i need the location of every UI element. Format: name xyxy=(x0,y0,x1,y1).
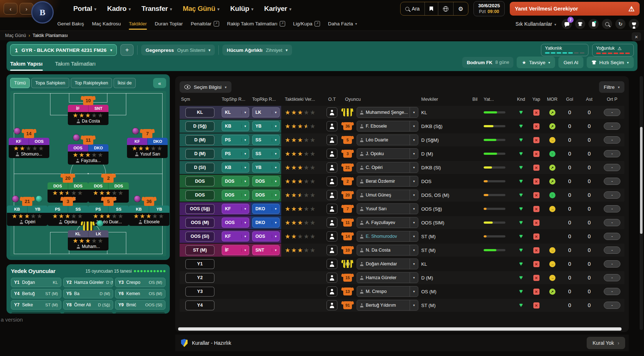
nav-item[interactable]: Maç Günü ▾ xyxy=(183,5,220,13)
col-header[interactable]: TopRkp R... xyxy=(251,97,281,102)
col-header[interactable]: Knd xyxy=(513,97,529,102)
date-box[interactable]: 30/6/2025 Pzt09:00 xyxy=(473,1,505,17)
competition-button[interactable] xyxy=(629,19,639,29)
search-button[interactable]: Ara xyxy=(401,2,425,15)
role-chip-out-of-possession[interactable]: DOS xyxy=(108,182,129,190)
player-overview-button[interactable] xyxy=(327,300,337,310)
role-chip-possession[interactable]: PS xyxy=(48,206,68,213)
next-opponent-chip[interactable]: Bodrum FK 8 güne xyxy=(462,57,513,68)
player-overview-button[interactable] xyxy=(327,121,337,131)
selection-badge[interactable]: D (M) xyxy=(185,135,214,145)
nav-item[interactable]: Kariyer ▾ xyxy=(264,5,291,13)
avg-rating-pill[interactable]: - xyxy=(604,233,620,240)
role-chip-out-of-possession[interactable]: DOS xyxy=(68,182,89,190)
selection-badge[interactable]: Y3 xyxy=(185,287,214,297)
pitch-player[interactable]: KL LK ★★★★★ Muham... xyxy=(68,222,108,251)
out-of-possession-role-dropdown[interactable]: DKO ▾ xyxy=(252,218,280,228)
col-header[interactable]: Bil xyxy=(468,97,482,102)
role-chip-out-of-possession[interactable]: OOS xyxy=(29,138,49,145)
col-header[interactable]: Sçm xyxy=(180,97,220,102)
pitch-filter-tab[interactable]: İkisi de xyxy=(114,78,136,88)
role-chip-possession[interactable]: KF xyxy=(127,138,147,145)
player-overview-button[interactable] xyxy=(327,135,337,145)
player-overview-button[interactable] xyxy=(327,176,337,186)
pitch-filter-tab[interactable]: Tümü xyxy=(10,78,30,88)
possession-role-dropdown[interactable]: KF ▾ xyxy=(222,231,249,241)
col-header[interactable]: Taktikteki Ver... xyxy=(281,97,324,102)
avg-rating-pill[interactable]: - xyxy=(604,178,620,185)
avg-rating-pill[interactable]: - xyxy=(604,302,620,309)
section-nav-item[interactable]: Genel Bakış ↗ ▾ xyxy=(57,21,84,27)
player-select-dropdown[interactable]: F. Ebosele ▾ xyxy=(357,121,418,132)
player-overview-button[interactable] xyxy=(327,286,337,297)
player-select-dropdown[interactable]: Umut Güneş ▾ xyxy=(357,190,418,200)
possession-role-dropdown[interactable]: PS ▾ xyxy=(222,149,249,159)
possession-role-dropdown[interactable]: KB ▾ xyxy=(222,121,249,131)
bookmark-button[interactable] xyxy=(425,2,438,15)
out-of-possession-role-dropdown[interactable]: OOS ▾ xyxy=(252,231,280,241)
refresh-button[interactable]: ↻ xyxy=(615,19,625,29)
col-header[interactable]: MOR xyxy=(544,97,561,102)
player-select-dropdown[interactable]: Bertuğ Yıldırım ▾ xyxy=(357,300,418,311)
player-select-dropdown[interactable]: Doğan Alemdar ▾ xyxy=(357,258,418,269)
role-chip-out-of-possession[interactable]: DKO xyxy=(88,144,109,152)
settings-button[interactable]: ⚙ xyxy=(454,2,468,15)
player-overview-button[interactable] xyxy=(327,107,337,117)
possession-role-dropdown[interactable]: DOS ▾ xyxy=(222,176,249,186)
player-select-dropdown[interactable]: Léo Duarte ▾ xyxy=(357,134,418,145)
tactic-select[interactable]: 1 GYR - BLACK PANTHER 4231 FM26 ▾ xyxy=(10,44,117,56)
player-overview-button[interactable] xyxy=(327,162,337,173)
substitute-chip[interactable]: Y8 Ömer Ali D (Sğ) xyxy=(63,300,114,310)
avg-rating-pill[interactable]: - xyxy=(604,288,620,295)
player-overview-button[interactable] xyxy=(327,273,337,283)
substitute-chip[interactable]: Y9 Brnić OOS (Sl) xyxy=(115,300,165,310)
col-header[interactable]: TopShp R... xyxy=(220,97,251,102)
possession-role-dropdown[interactable]: KB ▾ xyxy=(222,162,249,173)
advice-button[interactable]: ★ Tavsiye ▾ xyxy=(517,57,555,68)
view-dropdown[interactable]: Seçim Bilgisi ▾ xyxy=(180,81,231,93)
selection-badge[interactable]: OOS (M) xyxy=(185,218,214,228)
selection-badge[interactable]: OOS (Sğ) xyxy=(185,204,214,214)
player-select-dropdown[interactable]: M. Crespo ▾ xyxy=(357,286,418,297)
role-chip-possession[interactable]: DOS xyxy=(48,182,68,190)
possession-role-dropdown[interactable]: KF ▾ xyxy=(222,204,249,214)
col-header[interactable]: Ort P xyxy=(600,97,624,102)
nav-item[interactable]: Kadro ▾ xyxy=(107,5,131,13)
role-chip-possession[interactable]: KF xyxy=(9,138,29,145)
player-overview-button[interactable] xyxy=(327,231,337,241)
mentality-dropdown[interactable]: Hücum Ağırlıklı Zihniyet ▾ xyxy=(222,45,292,55)
scouting-button[interactable] xyxy=(602,19,612,29)
avg-rating-pill[interactable]: - xyxy=(604,109,620,116)
player-overview-button[interactable] xyxy=(327,190,337,200)
out-of-possession-role-dropdown[interactable]: SNT ▾ xyxy=(252,245,280,255)
role-chip-possession[interactable]: KB xyxy=(129,206,149,213)
substitute-chip[interactable]: Y5 Ba D (M) xyxy=(63,289,114,298)
selection-badge[interactable]: D (M) xyxy=(185,149,214,159)
role-chip-out-of-possession[interactable]: SS xyxy=(68,206,89,213)
pitch-player[interactable]: 11 OOS DKO ★★★★★ Fayzulla... xyxy=(68,136,108,165)
avg-rating-pill[interactable]: - xyxy=(604,150,620,157)
possession-role-dropdown[interactable]: DOS ▾ xyxy=(222,190,249,200)
role-chip-possession[interactable]: İF xyxy=(68,105,88,112)
player-select-dropdown[interactable]: C. Opéri ▾ xyxy=(357,162,418,173)
col-header[interactable]: Mevkiler xyxy=(420,97,468,102)
player-overview-button[interactable] xyxy=(327,245,337,255)
substitute-chip[interactable]: Y7 Selke ST (M) xyxy=(11,300,61,310)
avg-rating-pill[interactable]: - xyxy=(604,164,620,171)
tab-team-structure[interactable]: Takım Yapısı xyxy=(10,56,43,71)
player-overview-button[interactable] xyxy=(327,218,337,228)
possession-role-dropdown[interactable]: OOS ▾ xyxy=(222,218,249,228)
avg-rating-pill[interactable]: - xyxy=(604,274,620,281)
selection-badge[interactable]: ST (M) xyxy=(185,245,214,255)
player-select-dropdown[interactable]: Muhammed Şenge... ▾ xyxy=(357,107,418,118)
possession-role-dropdown[interactable]: İF ▾ xyxy=(222,245,249,255)
pitch-player[interactable]: 21 KB YB ★★★★★ Opéri xyxy=(7,197,48,226)
possession-role-dropdown[interactable]: PS ▾ xyxy=(222,135,249,145)
vertical-scrollbar[interactable] xyxy=(640,76,643,330)
reports-button[interactable] xyxy=(588,19,599,29)
tab-team-instructions[interactable]: Takım Talimatları xyxy=(55,56,96,71)
respond-required-button[interactable]: Yanıt Verilmesi Gerekiyor ⚠ xyxy=(510,2,640,16)
col-header[interactable]: Oyuncu xyxy=(340,97,420,102)
substitute-chip[interactable]: Y3 Crespo OS (M) xyxy=(115,278,165,287)
role-chip-possession[interactable]: PS xyxy=(88,206,108,213)
